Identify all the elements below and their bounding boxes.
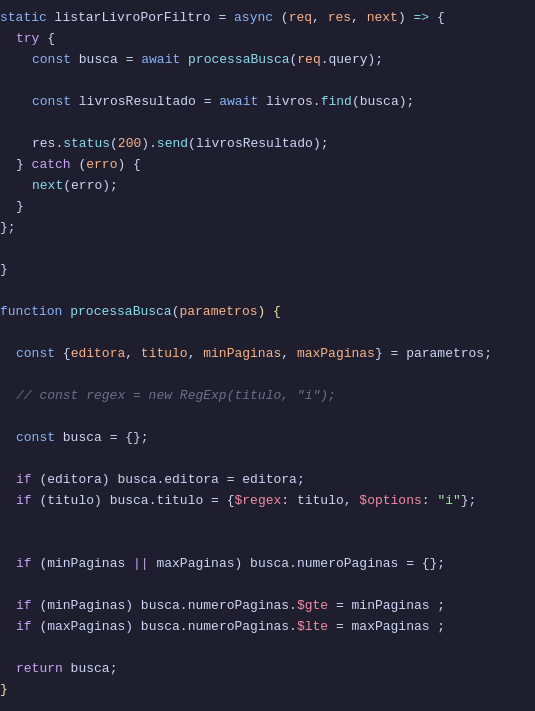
code-token: const	[16, 430, 55, 445]
code-token: 200	[118, 136, 141, 151]
code-token: res	[328, 10, 351, 25]
code-token: if	[16, 619, 32, 634]
code-token: numeroPaginas	[188, 619, 289, 634]
code-token: ,	[344, 493, 360, 508]
code-token: ) {	[257, 304, 280, 319]
code-token: function	[0, 304, 62, 319]
code-token: res.	[32, 136, 63, 151]
code-token: .	[289, 556, 297, 571]
code-token	[180, 52, 188, 67]
code-token: {	[55, 346, 71, 361]
code-line	[0, 365, 535, 386]
code-token: listarLivroPorFiltro	[55, 10, 211, 25]
code-token: next	[367, 10, 398, 25]
code-token: (	[71, 157, 87, 172]
code-token: erro	[86, 157, 117, 172]
code-editor: static listarLivroPorFiltro = async (req…	[0, 0, 535, 711]
code-token: (	[32, 472, 48, 487]
code-token: )	[125, 598, 141, 613]
code-line: } catch (erro) {	[0, 155, 535, 176]
code-token: editora	[47, 472, 102, 487]
code-line: try {	[0, 29, 535, 50]
code-token: livrosResultado	[71, 94, 196, 109]
code-line: static listarLivroPorFiltro = async (req…	[0, 8, 535, 29]
code-line	[0, 113, 535, 134]
code-token: // const regex = new RegExp(titulo, "i")…	[16, 388, 336, 403]
code-line	[0, 281, 535, 302]
code-token: $options	[359, 493, 421, 508]
code-token: .	[289, 619, 297, 634]
code-token: ;	[430, 619, 446, 634]
code-token: = {	[203, 493, 234, 508]
code-token: req	[289, 10, 312, 25]
code-token: try	[16, 31, 39, 46]
code-token: busca	[141, 619, 180, 634]
code-token: {	[39, 31, 55, 46]
code-token: ,	[312, 10, 328, 25]
code-line: if (minPaginas || maxPaginas) busca.nume…	[0, 554, 535, 575]
code-line: function processaBusca(parametros) {	[0, 302, 535, 323]
code-token: busca	[55, 430, 102, 445]
code-token: );	[399, 94, 415, 109]
code-token: ).	[141, 136, 157, 151]
code-token: =	[102, 430, 125, 445]
code-line: const {editora, titulo, minPaginas, maxP…	[0, 344, 535, 365]
code-token: }	[0, 262, 8, 277]
code-token: titulo	[141, 346, 188, 361]
code-token: :	[422, 493, 438, 508]
code-token: query	[329, 52, 368, 67]
code-line	[0, 71, 535, 92]
code-token: busca	[360, 94, 399, 109]
code-line: if (maxPaginas) busca.numeroPaginas.$lte…	[0, 617, 535, 638]
code-line: if (editora) busca.editora = editora;	[0, 470, 535, 491]
code-token: busca	[117, 472, 156, 487]
code-line	[0, 575, 535, 596]
code-token: return	[16, 661, 63, 676]
code-line: }	[0, 197, 535, 218]
code-token: ,	[188, 346, 204, 361]
code-token: editora	[71, 346, 126, 361]
code-token: editora	[242, 472, 297, 487]
code-token: maxPaginas	[47, 619, 125, 634]
code-token: );	[313, 136, 329, 151]
code-token: async	[234, 10, 273, 25]
code-token: {};	[422, 556, 445, 571]
code-token: minPaginas	[47, 598, 125, 613]
code-token: parametros	[179, 304, 257, 319]
code-line	[0, 239, 535, 260]
code-token: if	[16, 598, 32, 613]
code-token: maxPaginas	[156, 556, 234, 571]
code-token: titulo	[47, 493, 94, 508]
code-line: const busca = await processaBusca(req.qu…	[0, 50, 535, 71]
code-token: numeroPaginas	[297, 556, 398, 571]
code-token: );	[368, 52, 384, 67]
code-token: ,	[281, 346, 297, 361]
code-token: if	[16, 556, 32, 571]
code-token: if	[16, 493, 32, 508]
code-line	[0, 638, 535, 659]
code-token: busca	[63, 661, 110, 676]
code-token: ||	[133, 556, 149, 571]
code-token: busca	[71, 52, 118, 67]
code-token: minPaginas	[47, 556, 125, 571]
code-token: titulo	[297, 493, 344, 508]
code-token: }	[375, 346, 383, 361]
code-line	[0, 533, 535, 554]
code-token: =	[328, 619, 351, 634]
code-token: (	[32, 598, 48, 613]
code-token: req	[297, 52, 320, 67]
code-token: busca	[141, 598, 180, 613]
code-token: };	[461, 493, 477, 508]
code-token: (	[32, 619, 48, 634]
code-token: :	[281, 493, 297, 508]
code-token: next	[32, 178, 63, 193]
code-token: {};	[125, 430, 148, 445]
code-token: numeroPaginas	[188, 598, 289, 613]
code-token: (	[32, 556, 48, 571]
code-token: const	[32, 94, 71, 109]
code-line: const busca = {};	[0, 428, 535, 449]
code-line: return busca;	[0, 659, 535, 680]
code-token: minPaginas	[203, 346, 281, 361]
code-token: erro	[71, 178, 102, 193]
code-token: parametros	[406, 346, 484, 361]
